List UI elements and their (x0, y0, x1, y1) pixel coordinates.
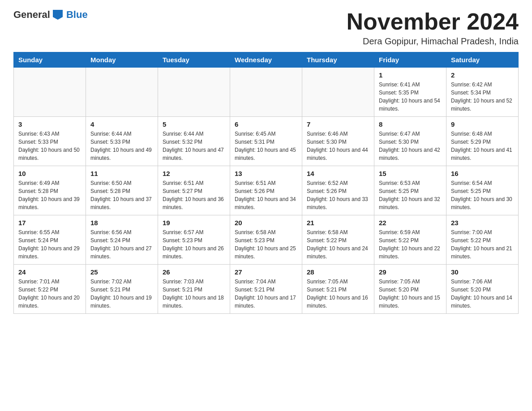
day-info: Sunrise: 7:06 AMSunset: 5:20 PMDaylight:… (451, 278, 514, 310)
calendar-day-cell: 19Sunrise: 6:57 AMSunset: 5:23 PMDayligh… (158, 215, 230, 265)
day-info: Sunrise: 6:50 AMSunset: 5:28 PMDaylight:… (90, 179, 153, 211)
calendar-day-cell: 24Sunrise: 7:01 AMSunset: 5:22 PMDayligh… (14, 265, 86, 314)
day-number: 28 (307, 268, 369, 276)
day-info: Sunrise: 6:49 AMSunset: 5:28 PMDaylight:… (18, 179, 81, 211)
weekday-header-tuesday: Tuesday (158, 52, 230, 68)
calendar-day-cell: 16Sunrise: 6:54 AMSunset: 5:25 PMDayligh… (446, 166, 519, 215)
day-number: 15 (379, 170, 442, 177)
calendar-day-cell (230, 68, 302, 117)
day-info: Sunrise: 6:59 AMSunset: 5:22 PMDaylight:… (379, 228, 442, 261)
day-info: Sunrise: 7:05 AMSunset: 5:20 PMDaylight:… (379, 278, 442, 310)
day-number: 2 (451, 71, 514, 79)
calendar-day-cell: 5Sunrise: 6:44 AMSunset: 5:32 PMDaylight… (158, 117, 230, 166)
calendar-day-cell: 25Sunrise: 7:02 AMSunset: 5:21 PMDayligh… (86, 265, 158, 314)
day-info: Sunrise: 6:54 AMSunset: 5:25 PMDaylight:… (451, 179, 514, 211)
month-title: November 2024 (347, 9, 519, 34)
title-block: November 2024 Dera Gopipur, Himachal Pra… (347, 9, 519, 47)
calendar-day-cell (158, 68, 230, 117)
day-info: Sunrise: 6:45 AMSunset: 5:31 PMDaylight:… (235, 130, 297, 162)
day-info: Sunrise: 6:58 AMSunset: 5:23 PMDaylight:… (235, 228, 297, 261)
day-number: 30 (451, 268, 514, 276)
calendar-day-cell: 1Sunrise: 6:41 AMSunset: 5:35 PMDaylight… (374, 68, 446, 117)
day-number: 12 (163, 170, 225, 177)
day-info: Sunrise: 6:46 AMSunset: 5:30 PMDaylight:… (307, 130, 369, 162)
calendar-day-cell: 10Sunrise: 6:49 AMSunset: 5:28 PMDayligh… (14, 166, 86, 215)
day-number: 7 (307, 120, 369, 128)
day-number: 24 (18, 268, 81, 276)
calendar-week-row: 3Sunrise: 6:43 AMSunset: 5:33 PMDaylight… (14, 117, 519, 166)
day-number: 10 (18, 170, 81, 177)
calendar-week-row: 17Sunrise: 6:55 AMSunset: 5:24 PMDayligh… (14, 215, 519, 265)
calendar-day-cell: 30Sunrise: 7:06 AMSunset: 5:20 PMDayligh… (446, 265, 519, 314)
day-info: Sunrise: 6:51 AMSunset: 5:26 PMDaylight:… (235, 179, 297, 211)
calendar-day-cell: 26Sunrise: 7:03 AMSunset: 5:21 PMDayligh… (158, 265, 230, 314)
day-info: Sunrise: 7:02 AMSunset: 5:21 PMDaylight:… (90, 278, 153, 310)
weekday-header-thursday: Thursday (302, 52, 374, 68)
day-info: Sunrise: 6:53 AMSunset: 5:25 PMDaylight:… (379, 179, 442, 211)
location-title: Dera Gopipur, Himachal Pradesh, India (347, 36, 519, 47)
day-number: 18 (90, 219, 153, 227)
day-info: Sunrise: 6:42 AMSunset: 5:34 PMDaylight:… (451, 81, 514, 113)
logo-icon (53, 10, 63, 20)
day-number: 20 (235, 219, 297, 227)
svg-marker-0 (53, 10, 63, 20)
calendar-day-cell: 6Sunrise: 6:45 AMSunset: 5:31 PMDaylight… (230, 117, 302, 166)
day-number: 17 (18, 219, 81, 227)
calendar-day-cell: 2Sunrise: 6:42 AMSunset: 5:34 PMDaylight… (446, 68, 519, 117)
day-number: 23 (451, 219, 514, 227)
calendar-day-cell: 29Sunrise: 7:05 AMSunset: 5:20 PMDayligh… (374, 265, 446, 314)
calendar-day-cell (14, 68, 86, 117)
day-number: 19 (163, 219, 225, 227)
calendar-day-cell: 3Sunrise: 6:43 AMSunset: 5:33 PMDaylight… (14, 117, 86, 166)
calendar-day-cell: 21Sunrise: 6:58 AMSunset: 5:22 PMDayligh… (302, 215, 374, 265)
day-info: Sunrise: 6:58 AMSunset: 5:22 PMDaylight:… (307, 228, 369, 261)
day-number: 8 (379, 120, 442, 128)
weekday-header-saturday: Saturday (446, 52, 519, 68)
day-info: Sunrise: 6:44 AMSunset: 5:32 PMDaylight:… (163, 130, 225, 162)
calendar-day-cell: 8Sunrise: 6:47 AMSunset: 5:30 PMDaylight… (374, 117, 446, 166)
weekday-header-monday: Monday (86, 52, 158, 68)
day-info: Sunrise: 6:48 AMSunset: 5:29 PMDaylight:… (451, 130, 514, 162)
day-number: 22 (379, 219, 442, 227)
page-header: General Blue November 2024 Dera Gopipur,… (13, 9, 519, 47)
day-number: 26 (163, 268, 225, 276)
calendar-day-cell: 4Sunrise: 6:44 AMSunset: 5:33 PMDaylight… (86, 117, 158, 166)
day-number: 27 (235, 268, 297, 276)
day-info: Sunrise: 6:52 AMSunset: 5:26 PMDaylight:… (307, 179, 369, 211)
day-number: 11 (90, 170, 153, 177)
day-info: Sunrise: 6:43 AMSunset: 5:33 PMDaylight:… (18, 130, 81, 162)
weekday-header-sunday: Sunday (14, 52, 86, 68)
day-number: 16 (451, 170, 514, 177)
day-number: 4 (90, 120, 153, 128)
calendar-day-cell: 20Sunrise: 6:58 AMSunset: 5:23 PMDayligh… (230, 215, 302, 265)
day-info: Sunrise: 6:57 AMSunset: 5:23 PMDaylight:… (163, 228, 225, 261)
calendar-day-cell: 15Sunrise: 6:53 AMSunset: 5:25 PMDayligh… (374, 166, 446, 215)
calendar-day-cell (302, 68, 374, 117)
calendar-day-cell: 7Sunrise: 6:46 AMSunset: 5:30 PMDaylight… (302, 117, 374, 166)
day-info: Sunrise: 7:01 AMSunset: 5:22 PMDaylight:… (18, 278, 81, 310)
day-number: 13 (235, 170, 297, 177)
calendar-week-row: 1Sunrise: 6:41 AMSunset: 5:35 PMDaylight… (14, 68, 519, 117)
calendar-day-cell: 12Sunrise: 6:51 AMSunset: 5:27 PMDayligh… (158, 166, 230, 215)
day-number: 6 (235, 120, 297, 128)
day-number: 1 (379, 71, 442, 79)
weekday-header-friday: Friday (374, 52, 446, 68)
calendar-day-cell: 13Sunrise: 6:51 AMSunset: 5:26 PMDayligh… (230, 166, 302, 215)
calendar-day-cell (86, 68, 158, 117)
logo-blue: Blue (66, 9, 88, 21)
logo: General Blue (13, 9, 88, 21)
day-number: 5 (163, 120, 225, 128)
calendar-week-row: 24Sunrise: 7:01 AMSunset: 5:22 PMDayligh… (14, 265, 519, 314)
day-info: Sunrise: 6:47 AMSunset: 5:30 PMDaylight:… (379, 130, 442, 162)
calendar-week-row: 10Sunrise: 6:49 AMSunset: 5:28 PMDayligh… (14, 166, 519, 215)
calendar-day-cell: 22Sunrise: 6:59 AMSunset: 5:22 PMDayligh… (374, 215, 446, 265)
day-info: Sunrise: 7:03 AMSunset: 5:21 PMDaylight:… (163, 278, 225, 310)
day-number: 14 (307, 170, 369, 177)
calendar-day-cell: 11Sunrise: 6:50 AMSunset: 5:28 PMDayligh… (86, 166, 158, 215)
calendar-day-cell: 23Sunrise: 7:00 AMSunset: 5:22 PMDayligh… (446, 215, 519, 265)
day-number: 21 (307, 219, 369, 227)
calendar-day-cell: 27Sunrise: 7:04 AMSunset: 5:21 PMDayligh… (230, 265, 302, 314)
calendar-table: SundayMondayTuesdayWednesdayThursdayFrid… (13, 52, 519, 314)
day-info: Sunrise: 6:56 AMSunset: 5:24 PMDaylight:… (90, 228, 153, 261)
weekday-header-wednesday: Wednesday (230, 52, 302, 68)
